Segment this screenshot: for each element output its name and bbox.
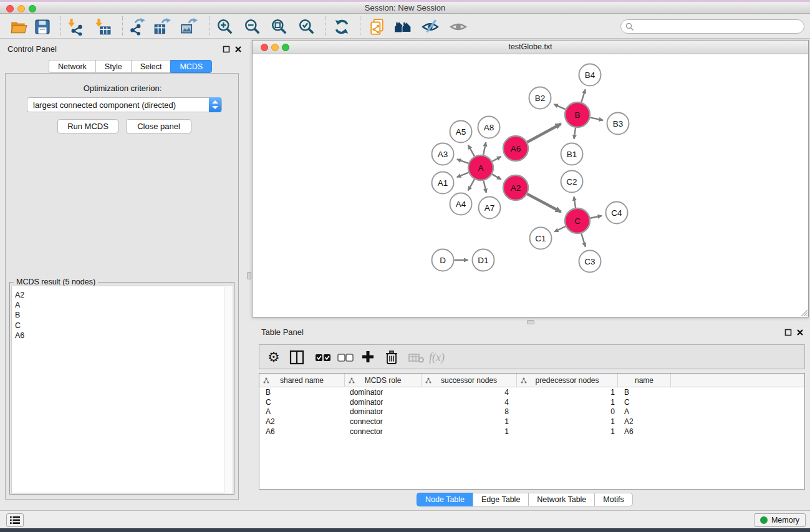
graph-edge[interactable] (457, 173, 469, 177)
zoom-fit-icon[interactable] (271, 18, 288, 36)
tab-style[interactable]: Style (95, 60, 131, 73)
search-field[interactable] (620, 19, 804, 34)
delete-row-trash-icon[interactable] (385, 349, 398, 365)
cell-name[interactable]: A2 (618, 417, 671, 427)
cell-predecessor-nodes[interactable]: 1 (517, 388, 618, 398)
network-view-window[interactable]: testGlobe.txt AA1A2A3A4A5A6A7A8BB1B2B3B4… (252, 40, 809, 317)
search-input[interactable] (637, 21, 799, 32)
list-item[interactable]: B (12, 310, 233, 320)
export-network-icon[interactable] (128, 18, 146, 36)
cell-shared-name[interactable]: C (259, 398, 345, 408)
tab-node-table[interactable]: Node Table (417, 493, 473, 506)
graph-edge[interactable] (554, 226, 566, 232)
hide-graphics-eye-icon[interactable] (422, 18, 439, 36)
network-window-title-bar[interactable]: testGlobe.txt (253, 41, 808, 54)
table-row[interactable]: B dominator 4 1 B (259, 388, 804, 398)
table-settings-gear-icon[interactable]: ⚙ (268, 349, 280, 365)
graph-edge[interactable] (457, 159, 468, 163)
import-table-icon[interactable] (94, 18, 112, 36)
birds-eye-view-icon[interactable] (450, 18, 467, 36)
cell-successor-nodes[interactable]: 4 (422, 388, 517, 398)
graph-edge[interactable] (581, 233, 586, 247)
add-row-icon[interactable] (360, 349, 375, 365)
column-header-name[interactable]: name (618, 374, 671, 387)
cell-mcds-role[interactable]: dominator (345, 407, 422, 417)
horizontal-splitter-handle[interactable] (527, 320, 534, 324)
list-item[interactable]: A (12, 300, 233, 310)
cell-name[interactable]: C (618, 398, 671, 408)
list-item[interactable]: C (12, 321, 233, 331)
cell-predecessor-nodes[interactable]: 0 (517, 407, 618, 417)
tab-network-table[interactable]: Network Table (528, 493, 594, 506)
export-table-icon[interactable] (153, 18, 171, 36)
graph-edge[interactable] (527, 123, 561, 142)
cell-mcds-role[interactable]: dominator (345, 398, 422, 408)
network-canvas[interactable]: AA1A2A3A4A5A6A7A8BB1B2B3B4CC1C2C3C4DD1 (253, 54, 808, 317)
cell-name[interactable]: A (618, 407, 671, 417)
select-all-icon[interactable] (314, 349, 332, 365)
vertical-splitter-handle[interactable] (247, 272, 251, 279)
cell-successor-nodes[interactable]: 4 (422, 398, 517, 408)
graph-edge[interactable] (574, 196, 576, 208)
cell-shared-name[interactable]: A (259, 407, 345, 417)
network-overview-houses-icon[interactable] (394, 18, 412, 36)
cell-successor-nodes[interactable]: 1 (422, 417, 517, 427)
table-row[interactable]: C dominator 4 1 C (259, 398, 804, 408)
zoom-in-icon[interactable] (216, 18, 234, 36)
column-visibility-icon[interactable] (289, 349, 304, 365)
list-item[interactable]: A6 (12, 331, 233, 341)
graph-edge[interactable] (581, 89, 585, 102)
graph-edge[interactable] (468, 145, 475, 157)
cell-predecessor-nodes[interactable]: 1 (517, 398, 618, 408)
cell-name[interactable]: B (618, 388, 671, 398)
cell-name[interactable]: A6 (618, 427, 671, 437)
graph-edge[interactable] (483, 142, 486, 155)
column-header-shared-name[interactable]: shared name (259, 374, 345, 387)
close-panel-button[interactable]: Close panel (126, 119, 191, 133)
graph-edge[interactable] (492, 157, 501, 162)
app-title-bar[interactable]: Session: New Session (0, 2, 810, 14)
cell-shared-name[interactable]: B (259, 388, 345, 398)
cell-successor-nodes[interactable]: 8 (422, 407, 517, 417)
column-header-predecessor-nodes[interactable]: predecessor nodes (517, 374, 618, 387)
table-row[interactable]: A dominator 8 0 A (259, 407, 804, 417)
tab-edge-table[interactable]: Edge Table (473, 493, 528, 506)
cell-mcds-role[interactable]: dominator (345, 388, 422, 398)
table-panel-close-icon[interactable] (796, 329, 804, 336)
export-image-icon[interactable] (180, 18, 198, 36)
table-row[interactable]: A6 connector 1 1 A6 (259, 427, 804, 437)
graph-edge[interactable] (554, 104, 566, 109)
graph-edge[interactable] (591, 216, 602, 218)
save-session-icon[interactable] (34, 18, 51, 36)
cell-shared-name[interactable]: A2 (259, 417, 345, 427)
cell-mcds-role[interactable]: connector (345, 417, 422, 427)
tab-mcds[interactable]: MCDS (170, 60, 212, 73)
graph-edge[interactable] (484, 181, 486, 193)
zoom-selected-icon[interactable] (298, 18, 316, 36)
new-network-from-selection-icon[interactable] (369, 18, 386, 36)
column-header-successor-nodes[interactable]: successor nodes (422, 374, 517, 387)
refresh-icon[interactable] (333, 18, 350, 36)
open-session-icon[interactable] (10, 18, 27, 36)
graph-edge[interactable] (492, 174, 501, 179)
mcds-result-list[interactable]: A2 A B C A6 (11, 286, 233, 493)
cell-successor-nodes[interactable]: 1 (422, 427, 517, 437)
table-panel-float-icon[interactable] (784, 329, 792, 336)
function-builder-icon[interactable]: f(x) (429, 349, 445, 365)
graph-edge[interactable] (468, 179, 475, 190)
column-header-mcds-role[interactable]: MCDS role (345, 374, 422, 387)
cell-shared-name[interactable]: A6 (259, 427, 345, 437)
tab-network[interactable]: Network (49, 60, 95, 73)
criterion-select[interactable]: largest connected component (directed) (27, 97, 222, 112)
zoom-out-icon[interactable] (244, 18, 261, 36)
tab-motifs[interactable]: Motifs (594, 493, 632, 506)
list-item[interactable]: A2 (12, 290, 233, 300)
list-scrollbar[interactable] (224, 287, 232, 493)
tab-select[interactable]: Select (131, 60, 171, 73)
graph-edge[interactable] (528, 194, 561, 212)
deselect-all-icon[interactable] (337, 349, 354, 365)
delete-table-icon[interactable] (408, 349, 425, 365)
graph-edge[interactable] (574, 128, 576, 139)
window-resize-grip[interactable] (799, 307, 808, 316)
memory-button[interactable]: Memory (754, 513, 806, 527)
